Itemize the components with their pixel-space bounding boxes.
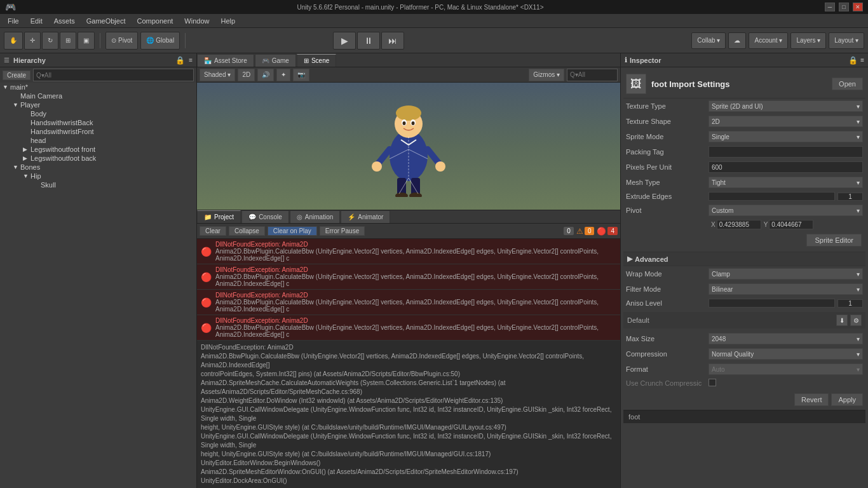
- console-error-row-1[interactable]: 🔴 DllNotFoundException: Anima2D Anima2D.…: [197, 239, 620, 264]
- hierarchy-create-button[interactable]: Create: [3, 71, 31, 80]
- tree-item-legswithoutfoot-front[interactable]: ▶ Legswithoutfoot front: [0, 145, 196, 154]
- tree-item-main-camera[interactable]: Main Camera: [0, 92, 196, 100]
- console-error-row-4[interactable]: 🔴 DllNotFoundException: Anima2D Anima2D.…: [197, 315, 620, 341]
- tree-item-main[interactable]: ▼ main*: [0, 83, 196, 92]
- hand-tool-button[interactable]: ✋: [4, 32, 23, 50]
- tree-item-bones[interactable]: ▼ Bones: [0, 163, 196, 172]
- packing-tag-input[interactable]: [709, 146, 863, 158]
- tree-item-head[interactable]: head: [0, 136, 196, 145]
- rotate-tool-button[interactable]: ↻: [42, 32, 58, 50]
- aniso-level-input[interactable]: 1: [837, 299, 863, 308]
- hierarchy-lock-icon[interactable]: 🔒: [175, 56, 185, 65]
- max-size-dropdown[interactable]: 2048 ▾: [709, 333, 863, 344]
- tree-item-legswithoutfoot-back[interactable]: ▶ Legswithoutfoot back: [0, 154, 196, 163]
- revert-button[interactable]: Revert: [794, 393, 829, 406]
- console-error-row-3[interactable]: 🔴 DllNotFoundException: Anima2D Anima2D.…: [197, 290, 620, 315]
- mesh-type-dropdown[interactable]: Tight ▾: [709, 177, 863, 188]
- pivot-chevron-icon: ▾: [857, 207, 860, 214]
- layers-button[interactable]: Layers ▾: [790, 32, 826, 49]
- tree-item-body[interactable]: Body: [0, 109, 196, 118]
- error-content-3: DllNotFoundException: Anima2D Anima2D.Bb…: [215, 292, 616, 313]
- format-dropdown[interactable]: Auto ▾: [709, 363, 863, 375]
- clear-button[interactable]: Clear: [200, 226, 226, 236]
- menu-window[interactable]: Window: [179, 16, 214, 26]
- dimension-mode-dropdown[interactable]: 2D: [238, 69, 255, 81]
- inspector-menu-icon[interactable]: ≡: [860, 57, 864, 64]
- scale-tool-button[interactable]: ⊞: [60, 32, 76, 50]
- x-input[interactable]: [717, 220, 761, 229]
- gizmos-dropdown[interactable]: Gizmos ▾: [529, 69, 564, 81]
- open-button[interactable]: Open: [832, 78, 863, 90]
- move-tool-button[interactable]: ✛: [24, 32, 41, 50]
- apply-button[interactable]: Apply: [831, 393, 863, 406]
- shading-mode-dropdown[interactable]: Shaded ▾: [200, 69, 235, 81]
- cloud-button[interactable]: ☁: [728, 32, 746, 49]
- play-button[interactable]: ▶: [333, 32, 356, 50]
- tab-animation[interactable]: ◎ Animation: [290, 210, 340, 223]
- console-error-row-2[interactable]: 🔴 DllNotFoundException: Anima2D Anima2D.…: [197, 264, 620, 290]
- account-button[interactable]: Account ▾: [749, 32, 788, 49]
- extrude-edges-input[interactable]: 1: [837, 193, 863, 201]
- menu-help[interactable]: Help: [215, 16, 240, 26]
- collab-button[interactable]: Collab ▾: [691, 32, 726, 49]
- tree-item-handswithwristfront[interactable]: HandswithwristFront: [0, 127, 196, 136]
- tree-item-hip[interactable]: ▼ Hip: [0, 172, 196, 180]
- minimize-button[interactable]: ─: [825, 3, 835, 11]
- pivot-toggle-button[interactable]: ⊙ Pivot: [105, 32, 138, 50]
- sprite-editor-button[interactable]: Sprite Editor: [806, 234, 862, 247]
- audio-toggle-button[interactable]: 🔊: [257, 69, 274, 81]
- tree-item-skull[interactable]: Skull: [0, 180, 196, 189]
- collapse-button[interactable]: Collapse: [229, 226, 265, 236]
- wrap-mode-dropdown[interactable]: Clamp ▾: [709, 268, 863, 280]
- platform-settings-button[interactable]: ⚙: [850, 315, 862, 326]
- pause-button[interactable]: ⏸: [357, 32, 380, 50]
- menu-edit[interactable]: Edit: [25, 16, 48, 26]
- rect-tool-button[interactable]: ▣: [78, 32, 95, 50]
- global-toggle-button[interactable]: 🌐 Global: [140, 32, 180, 50]
- layout-button[interactable]: Layout ▾: [829, 32, 864, 49]
- inspector-lock-icon[interactable]: 🔒: [848, 56, 858, 65]
- extrude-edges-slider[interactable]: [709, 192, 835, 201]
- mesh-type-chevron-icon: ▾: [857, 179, 860, 186]
- menu-file[interactable]: File: [3, 16, 24, 26]
- clear-on-play-button[interactable]: Clear on Play: [268, 226, 317, 236]
- inspector-footer: foot: [623, 410, 865, 423]
- sprite-mode-dropdown[interactable]: Single ▾: [709, 131, 863, 142]
- tab-animator[interactable]: ⚡ Animator: [341, 210, 390, 223]
- tab-project[interactable]: 📁 Project: [197, 210, 241, 223]
- pixels-per-unit-input[interactable]: [709, 161, 863, 173]
- filter-mode-dropdown[interactable]: Bilinear ▾: [709, 283, 863, 295]
- scene-search-input[interactable]: [567, 69, 618, 81]
- texture-shape-dropdown[interactable]: 2D ▾: [709, 116, 863, 127]
- step-button[interactable]: ⏭: [381, 32, 404, 50]
- camera-settings-button[interactable]: 📷: [293, 69, 309, 81]
- tree-item-player[interactable]: ▼ Player: [0, 100, 196, 109]
- pivot-dropdown[interactable]: Custom ▾: [709, 205, 863, 216]
- fx-toggle-button[interactable]: ✦: [276, 69, 290, 81]
- svg-point-2: [396, 105, 421, 121]
- menu-component[interactable]: Component: [132, 16, 178, 26]
- hierarchy-search-input[interactable]: [33, 69, 194, 81]
- tab-console[interactable]: 💬 Console: [241, 210, 289, 223]
- asset-store-icon: 🏪: [204, 57, 212, 64]
- menu-gameobject[interactable]: GameObject: [81, 16, 131, 26]
- tab-scene[interactable]: ⊞ Scene: [297, 54, 336, 67]
- wrap-mode-value: Clamp ▾: [709, 268, 863, 280]
- advanced-section-header[interactable]: ▶ Advanced: [623, 252, 865, 266]
- menu-assets[interactable]: Assets: [49, 16, 80, 26]
- close-button[interactable]: ✕: [853, 3, 863, 11]
- tab-game[interactable]: 🎮 Game: [255, 54, 296, 67]
- xy-fields: X Y: [711, 220, 813, 229]
- hierarchy-menu-icon[interactable]: ≡: [189, 57, 193, 64]
- tree-item-handswithwristback[interactable]: HandswithwristBack: [0, 118, 196, 127]
- aniso-level-slider[interactable]: [709, 299, 835, 308]
- platform-download-button[interactable]: ⬇: [836, 315, 848, 326]
- tab-asset-store[interactable]: 🏪 Asset Store: [197, 54, 254, 67]
- error-pause-button[interactable]: Error Pause: [320, 226, 365, 236]
- texture-type-dropdown[interactable]: Sprite (2D and UI) ▾: [709, 100, 863, 112]
- use-crunch-checkbox[interactable]: [709, 379, 716, 386]
- maximize-button[interactable]: □: [839, 3, 849, 11]
- compression-dropdown[interactable]: Normal Quality ▾: [709, 348, 863, 360]
- y-input[interactable]: [769, 220, 813, 229]
- scene-canvas[interactable]: [197, 83, 620, 210]
